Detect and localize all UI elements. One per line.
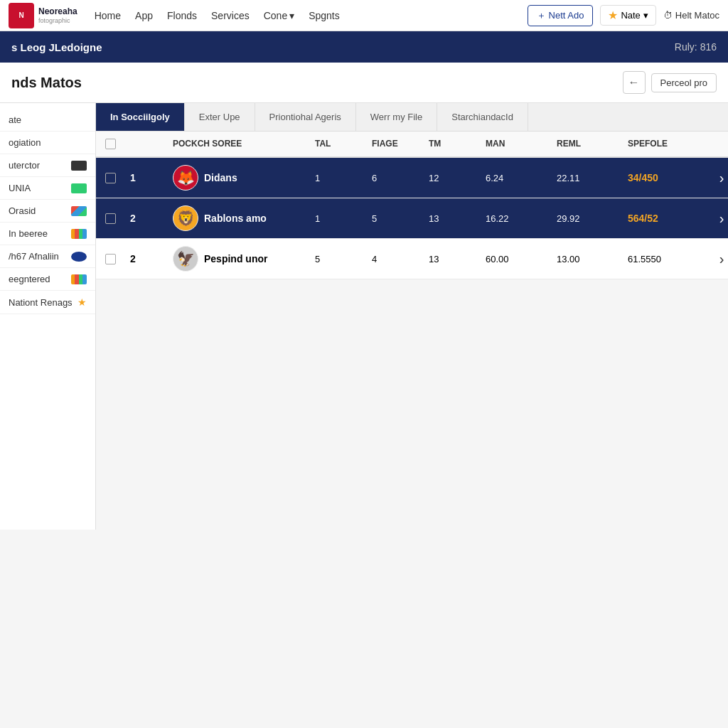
top-navigation: N Neoreaha fotographic Home App Flonds S… — [0, 0, 728, 31]
row3-reml: 13.00 — [551, 247, 622, 272]
th-rank — [124, 132, 167, 156]
sidebar-item-afnaliin[interactable]: /h67 Afnaliin — [0, 245, 95, 268]
row3-spefole: 61.5550 — [622, 247, 707, 272]
sidebar-item-eegntered[interactable]: eegntered — [0, 268, 95, 291]
row1-check[interactable] — [96, 166, 124, 191]
chevron-down-icon: ▾ — [289, 10, 294, 21]
sidebar-item-beeree[interactable]: In beeree — [0, 223, 95, 245]
data-table: Pockch Soree TAL FIAGE TM MAN REML SPEFO… — [96, 132, 728, 279]
row3-tm: 13 — [423, 247, 480, 272]
tabs-bar: In Socciilgoly Exter Upe Priontiohal Age… — [96, 103, 728, 132]
row2-spefole: 564/52 — [622, 205, 707, 231]
th-fiage: FIAGE — [366, 132, 423, 156]
sidebar-icon-blue — [71, 252, 87, 262]
main-layout: ate ogiation uterctor UNIA Orasid In bee… — [0, 103, 728, 530]
star-icon: ★ — [608, 9, 618, 22]
row1-tal: 1 — [309, 166, 366, 191]
nav-flonds[interactable]: Flonds — [167, 10, 197, 21]
sidebar-item-renags[interactable]: Nationt Renags ★ — [0, 291, 95, 314]
row3-fiage: 4 — [366, 247, 423, 272]
sidebar-icon-colorful2 — [71, 274, 87, 284]
row1-man: 6.24 — [480, 166, 551, 191]
row3-team-name: Pespind unor — [204, 253, 267, 264]
row3-team-logo: 🦅 — [173, 246, 198, 272]
row2-tal: 1 — [309, 206, 366, 231]
nav-spgnts[interactable]: Spgnts — [309, 10, 340, 21]
row3-man: 60.00 — [480, 247, 551, 272]
clock-icon: ⏱ — [663, 10, 673, 21]
sidebar-item-ogiation[interactable]: ogiation — [0, 132, 95, 154]
logo-text: Neoreaha — [38, 6, 77, 16]
row3-team: 🦅 Pespind unor — [167, 239, 309, 279]
row2-team-logo: 🦁 — [173, 205, 198, 231]
row2-team-name: Rablons amo — [204, 213, 267, 224]
plus-icon: ＋ — [537, 9, 546, 22]
row2-team: 🦁 Rablons amo — [167, 198, 309, 238]
th-reml: REML — [551, 132, 622, 156]
row1-chevron[interactable] — [707, 163, 728, 193]
th-tal: TAL — [309, 132, 366, 156]
tab-exter-upe[interactable]: Exter Upe — [185, 103, 255, 131]
row2-reml: 29.92 — [551, 206, 622, 231]
tab-priontiohal[interactable]: Priontiohal Ageris — [255, 103, 356, 131]
nav-services[interactable]: Services — [211, 10, 250, 21]
topnav-actions: ＋ Nett Ado ★ Nate ▾ ⏱ Helt Matoc — [528, 5, 719, 26]
breadcrumb-left: s Leog JLedoigne — [11, 41, 102, 53]
nav-cone[interactable]: Cone ▾ — [264, 10, 294, 21]
logo-icon: N — [9, 3, 34, 28]
logo[interactable]: N Neoreaha fotographic — [9, 3, 77, 28]
chevron-right-icon — [719, 210, 724, 227]
table-row: 2 🦁 Rablons amo 1 5 13 16.22 29.92 564/5… — [96, 198, 728, 239]
row1-team-logo: 🦊 — [173, 165, 198, 191]
sidebar-icon-colorful — [71, 229, 87, 239]
row3-rank: 2 — [124, 246, 167, 272]
th-spefole: SPEFOLE — [622, 132, 707, 156]
row1-team-name: Didans — [204, 172, 237, 183]
table-header: Pockch Soree TAL FIAGE TM MAN REML SPEFO… — [96, 132, 728, 158]
sidebar-icon-multi — [71, 206, 87, 216]
breadcrumb-right: Ruly: 816 — [675, 41, 717, 53]
breadcrumb-bar: s Leog JLedoigne Ruly: 816 — [0, 31, 728, 63]
tab-werr-my-file[interactable]: Werr my File — [356, 103, 437, 131]
table-area: Pockch Soree TAL FIAGE TM MAN REML SPEFO… — [96, 132, 728, 530]
page-title: nds Matos — [11, 75, 82, 91]
sidebar-icon-green — [71, 183, 87, 193]
row1-rank: 1 — [124, 165, 167, 191]
add-button[interactable]: ＋ Nett Ado — [528, 5, 594, 26]
row1-fiage: 6 — [366, 166, 423, 191]
sidebar-item-unia[interactable]: UNIA — [0, 177, 95, 200]
row1-tm: 12 — [423, 166, 480, 191]
nav-home[interactable]: Home — [95, 10, 121, 21]
page-header-actions: ← Perceol pro — [623, 71, 717, 94]
content-area: In Socciilgoly Exter Upe Priontiohal Age… — [96, 103, 728, 530]
row3-check[interactable] — [96, 247, 124, 272]
row3-chevron[interactable] — [707, 244, 728, 274]
nav-app[interactable]: App — [135, 10, 153, 21]
perceol-button[interactable]: Perceol pro — [651, 73, 717, 92]
tab-starchiandacid[interactable]: StarchiandacId — [437, 103, 528, 131]
page-header: nds Matos ← Perceol pro — [0, 63, 728, 103]
sidebar-item-0[interactable]: ate — [0, 109, 95, 132]
star-icon: ★ — [77, 296, 87, 308]
sidebar-item-uterctor[interactable]: uterctor — [0, 154, 95, 177]
row2-tm: 13 — [423, 206, 480, 231]
row2-check[interactable] — [96, 206, 124, 231]
chevron-down-icon: ▾ — [643, 10, 648, 21]
sidebar: ate ogiation uterctor UNIA Orasid In bee… — [0, 103, 96, 530]
row2-man: 16.22 — [480, 206, 551, 231]
th-action — [707, 132, 728, 156]
nav-links: Home App Flonds Services Cone ▾ Spgnts — [95, 10, 528, 21]
row2-chevron[interactable] — [707, 203, 728, 234]
th-man: MAN — [480, 132, 551, 156]
sidebar-item-orasid[interactable]: Orasid — [0, 200, 95, 223]
back-button[interactable]: ← — [623, 71, 646, 94]
user-menu[interactable]: ★ Nate ▾ — [600, 5, 655, 26]
clock-section[interactable]: ⏱ Helt Matoc — [663, 10, 719, 21]
header-checkbox[interactable] — [105, 139, 116, 149]
row1-spefole: 34/450 — [622, 165, 707, 191]
row2-fiage: 5 — [366, 206, 423, 231]
tab-in-socciilgoly[interactable]: In Socciilgoly — [96, 103, 185, 131]
chevron-right-icon — [719, 251, 724, 267]
row1-reml: 22.11 — [551, 166, 622, 191]
sidebar-icon-black — [71, 161, 87, 171]
